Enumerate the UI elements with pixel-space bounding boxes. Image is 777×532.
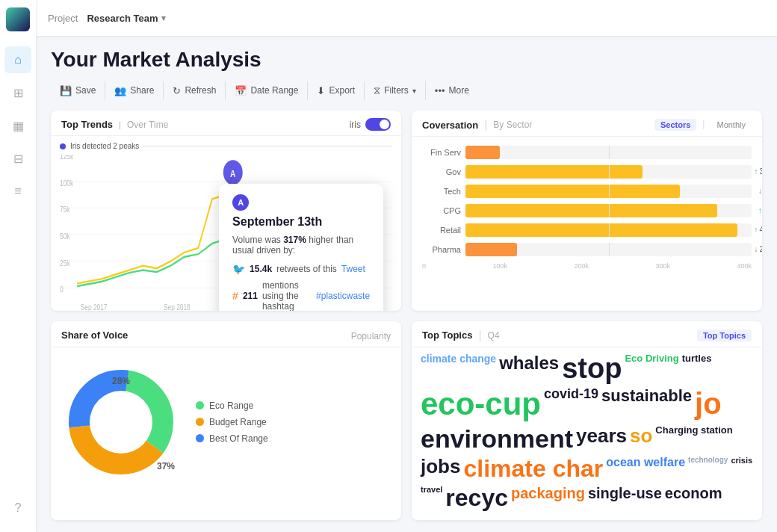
top-topics-title: Top Topics xyxy=(422,330,472,341)
share-legend: Eco Range Budget Range Best Of Range xyxy=(196,400,268,444)
project-label: Project xyxy=(48,13,78,24)
word-packaging: packaging xyxy=(511,485,585,501)
svg-text:75k: 75k xyxy=(60,205,70,214)
word-eco-driving: Eco Driving xyxy=(625,353,678,364)
svg-text:Sep 2017: Sep 2017 xyxy=(81,303,108,311)
app-logo[interactable] xyxy=(6,7,30,31)
sidebar-item-home[interactable]: ⌂ xyxy=(4,46,31,73)
bar-chart-area: Fin Serv ↓7% Gov ↑347% xyxy=(412,137,762,277)
word-covid19: covid-19 xyxy=(544,387,598,402)
bar-row-retail: Retail ↑457% xyxy=(422,223,752,237)
share-of-voice-subtitle: Popularity xyxy=(351,331,391,341)
legend-label-best: Best Of Range xyxy=(209,433,268,444)
bar-row-pharma: Pharma ↓212% xyxy=(422,243,752,256)
date-range-button[interactable]: 📅 Date Range xyxy=(226,81,308,100)
sidebar-item-grid[interactable]: ⊞ xyxy=(4,79,31,106)
coversation-title: Coversation xyxy=(422,120,478,131)
bar-midline xyxy=(609,204,610,217)
svg-text:100k: 100k xyxy=(60,179,73,188)
arrow-up-icon: ↑ xyxy=(758,206,762,214)
bar-value-pharma: ↓212% xyxy=(754,245,762,253)
share-button[interactable]: 👥 Share xyxy=(105,81,164,100)
tab-top-topics[interactable]: Top Topics xyxy=(697,330,752,341)
sidebar: ⌂ ⊞ ▦ ⊟ ≡ ? xyxy=(0,0,36,532)
donut-label-37: 37% xyxy=(157,461,175,471)
share-of-voice-card: Share of Voice Popularity xyxy=(51,321,401,520)
donut-chart: 28% 37% xyxy=(61,362,181,482)
top-topics-subtitle: Q4 xyxy=(488,330,500,341)
share-of-voice-title: Share of Voice xyxy=(61,330,128,341)
tooltip-volume: Volume was 317% higher than usual driven… xyxy=(232,235,370,256)
chevron-down-icon: ▾ xyxy=(412,87,416,95)
bar-track-pharma: ↓212% xyxy=(465,243,752,256)
iris-toggle[interactable] xyxy=(365,118,391,131)
bar-row-gov: Gov ↑347% xyxy=(422,165,752,179)
bar-fill-retail xyxy=(465,223,737,237)
bar-label-pharma: Pharma xyxy=(422,245,461,254)
bar-value-cpg: ↑45% xyxy=(758,206,762,214)
bar-midline xyxy=(609,223,610,237)
iris-label: iris xyxy=(350,120,361,130)
save-icon: 💾 xyxy=(60,85,72,96)
share-of-voice-header: Share of Voice Popularity xyxy=(51,321,401,347)
refresh-icon: ↻ xyxy=(173,85,181,96)
svg-text:25k: 25k xyxy=(60,259,70,267)
tooltip-stat-twitter: 🐦 15.4k retweets of this Tweet xyxy=(232,263,370,275)
bar-midline xyxy=(609,185,610,198)
filters-button[interactable]: ⧖ Filters ▾ xyxy=(365,81,426,100)
tooltip-marker-a: A xyxy=(232,194,249,211)
share-icon: 👥 xyxy=(114,85,126,96)
svg-text:A: A xyxy=(230,167,236,178)
iris-toggle-area: iris xyxy=(350,118,391,131)
toolbar: 💾 Save 👥 Share ↻ Refresh 📅 Date Range ⬇ … xyxy=(51,81,762,100)
top-topics-tab: Top Topics xyxy=(697,330,752,341)
bar-track-finserv: ↓7% xyxy=(465,146,752,159)
tab-monthly[interactable]: Monthly xyxy=(711,119,752,131)
word-climate-change: climate change xyxy=(421,353,496,365)
arrow-up-icon: ↑ xyxy=(754,167,758,176)
bar-label-tech: Tech xyxy=(422,187,461,196)
bar-value-retail: ↑457% xyxy=(754,226,762,234)
coversation-header: Coversation | By Sector Sectors | Monthl… xyxy=(412,111,762,137)
coversation-tabs: Sectors | Monthly xyxy=(654,119,752,131)
bar-row-finserv: Fin Serv ↓7% xyxy=(422,146,752,159)
top-trends-header: Top Trends | Over Time iris xyxy=(51,111,401,136)
arrow-down-icon: ↓ xyxy=(758,187,762,195)
word-econom: econom xyxy=(665,485,722,501)
bar-track-retail: ↑457% xyxy=(465,223,752,237)
word-single-use: single-use xyxy=(588,485,662,501)
bar-value-gov: ↑347% xyxy=(754,167,762,176)
team-selector[interactable]: Research Team ▾ xyxy=(87,13,165,24)
coversation-card: Coversation | By Sector Sectors | Monthl… xyxy=(412,111,762,311)
sidebar-item-bar[interactable]: ≡ xyxy=(4,178,31,205)
word-climate-char: climate char xyxy=(463,456,603,482)
bar-track-cpg: ↑45% xyxy=(465,204,752,217)
word-crisis: crisis xyxy=(731,456,752,465)
iris-dot xyxy=(60,143,66,149)
sidebar-item-chart[interactable]: ▦ xyxy=(4,112,31,139)
iris-annotation: Iris detected 2 peaks xyxy=(60,142,392,150)
sidebar-item-info[interactable]: ? xyxy=(4,495,31,522)
trends-chart-area: Iris detected 2 peaks 125k 100k xyxy=(51,136,401,308)
team-name: Research Team xyxy=(87,13,158,24)
sidebar-item-briefcase[interactable]: ⊟ xyxy=(4,145,31,172)
bar-fill-gov xyxy=(465,165,643,179)
share-chart-area: 28% 37% Eco Range Budget Range xyxy=(51,347,401,497)
top-trends-subtitle: | xyxy=(119,120,121,129)
main-content: Project Research Team ▾ Your Market Anal… xyxy=(36,0,777,532)
word-jo: jo xyxy=(695,387,722,420)
legend-best: Best Of Range xyxy=(196,433,268,444)
top-topics-card: Top Topics | Q4 Top Topics climate chang… xyxy=(412,321,762,520)
export-button[interactable]: ⬇ Export xyxy=(308,81,365,100)
bar-midline xyxy=(609,165,610,179)
more-button[interactable]: ••• More xyxy=(426,81,478,100)
save-button[interactable]: 💾 Save xyxy=(51,81,105,100)
legend-budget: Budget Range xyxy=(196,417,268,427)
legend-eco: Eco Range xyxy=(196,400,268,411)
top-topics-header: Top Topics | Q4 Top Topics xyxy=(412,321,762,347)
tab-sectors[interactable]: Sectors xyxy=(654,119,696,131)
refresh-button[interactable]: ↻ Refresh xyxy=(164,81,226,100)
iris-line xyxy=(143,146,392,146)
bar-midline xyxy=(609,146,610,159)
word-charging-station: Charging station xyxy=(655,425,732,436)
